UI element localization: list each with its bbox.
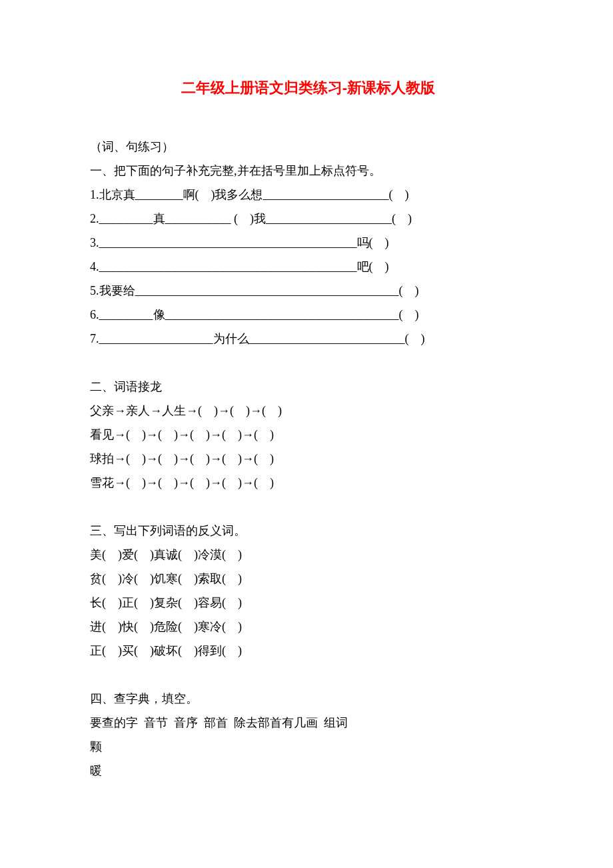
section4-header-row: 要查的字 音节 音序 部首 除去部首有几画 组词 [90,711,526,735]
section1-heading: 一、把下面的句子补充完整,并在括号里加上标点符号。 [90,159,526,183]
section1-item: 6._________像____________________________… [90,303,526,327]
document-page: 二年级上册语文归类练习-新课标人教版 （词、句练习） 一、把下面的句子补充完整,… [0,0,613,868]
section1-item: 4.______________________________________… [90,255,526,279]
document-title: 二年级上册语文归类练习-新课标人教版 [90,73,526,103]
blank-line [90,495,526,519]
section3-item: 美( )爱( )真诚( )冷漠( ) [90,543,526,567]
subtitle: （词、句练习） [90,135,526,159]
section2-item: 雪花→( )→( )→( )→( )→( ) [90,471,526,495]
section3-item: 长( )正( )复杂( )容易( ) [90,591,526,615]
section2-item: 父亲→亲人→人生→( )→( )→( ) [90,399,526,423]
section3-item: 贫( )冷( )饥寒( )索取( ) [90,567,526,591]
section2-item: 球拍→( )→( )→( )→( )→( ) [90,447,526,471]
section1-item: 2._________真___________ ( )我____________… [90,207,526,231]
section3-item: 进( )快( )危险( )寒冷( ) [90,615,526,639]
section4-row: 颗 [90,735,526,759]
section4-heading: 四、查字典，填空。 [90,687,526,711]
section1-item: 7.___________________为什么________________… [90,327,526,351]
section3-heading: 三、写出下列词语的反义词。 [90,519,526,543]
section2-item: 看见→( )→( )→( )→( )→( ) [90,423,526,447]
blank-line [90,663,526,687]
section1-item: 5.我要给___________________________________… [90,279,526,303]
section1-item: 1.北京真________啊( )我多么想___________________… [90,183,526,207]
section2-heading: 二、词语接龙 [90,375,526,399]
section1-item: 3.______________________________________… [90,231,526,255]
section4-row: 暖 [90,759,526,783]
blank-line [90,351,526,375]
section3-item: 正( )买( )破坏( )得到( ) [90,639,526,663]
